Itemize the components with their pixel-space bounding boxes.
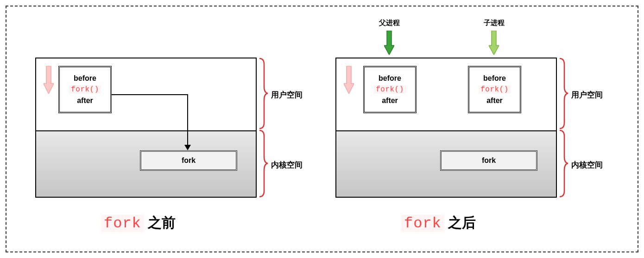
code-line-fork: fork() bbox=[374, 85, 406, 94]
parent-code-box: before fork() after bbox=[363, 66, 417, 113]
execution-arrow-icon bbox=[44, 66, 54, 94]
code-line-fork: fork() bbox=[479, 85, 511, 94]
connector-line bbox=[112, 94, 188, 95]
connector-line bbox=[187, 94, 188, 147]
brace-icon bbox=[259, 129, 268, 198]
code-line-after: after bbox=[382, 97, 398, 105]
code-line-before: before bbox=[74, 74, 96, 83]
arrowhead-icon bbox=[184, 145, 191, 150]
caption-after: fork 之后 bbox=[401, 213, 476, 232]
panel-before-fork: before fork() after fork bbox=[35, 58, 257, 198]
child-process-label: 子进程 bbox=[484, 19, 505, 27]
kernel-fork-box: fork bbox=[440, 150, 537, 171]
execution-arrow-icon bbox=[344, 66, 354, 94]
code-line-after: after bbox=[486, 97, 503, 105]
process-code-box: before fork() after bbox=[58, 66, 112, 113]
panel-after-fork: before fork() after before fork() after … bbox=[335, 58, 557, 198]
child-arrow-icon bbox=[489, 31, 499, 55]
caption-before: fork 之前 bbox=[101, 213, 176, 232]
caption-suffix: 之后 bbox=[444, 215, 476, 230]
user-space-label: 用户空间 bbox=[571, 90, 603, 100]
caption-fork-word: fork bbox=[401, 215, 444, 232]
kernel-fork-label: fork bbox=[182, 156, 196, 165]
brace-icon bbox=[559, 58, 568, 129]
caption-suffix: 之前 bbox=[144, 215, 176, 230]
kernel-fork-box: fork bbox=[140, 150, 237, 171]
child-code-box: before fork() after bbox=[468, 66, 521, 113]
brace-icon bbox=[559, 129, 568, 198]
code-line-fork: fork() bbox=[69, 85, 101, 94]
kernel-space-label: 内核空间 bbox=[571, 160, 603, 170]
code-line-after: after bbox=[77, 97, 93, 105]
kernel-space-label: 内核空间 bbox=[271, 160, 303, 170]
parent-arrow-icon bbox=[384, 31, 394, 55]
kernel-fork-label: fork bbox=[482, 156, 496, 165]
brace-icon bbox=[259, 58, 268, 129]
code-line-before: before bbox=[379, 74, 401, 83]
caption-fork-word: fork bbox=[101, 215, 144, 232]
parent-process-label: 父进程 bbox=[379, 19, 400, 27]
user-space-label: 用户空间 bbox=[271, 90, 303, 100]
code-line-before: before bbox=[483, 74, 506, 83]
